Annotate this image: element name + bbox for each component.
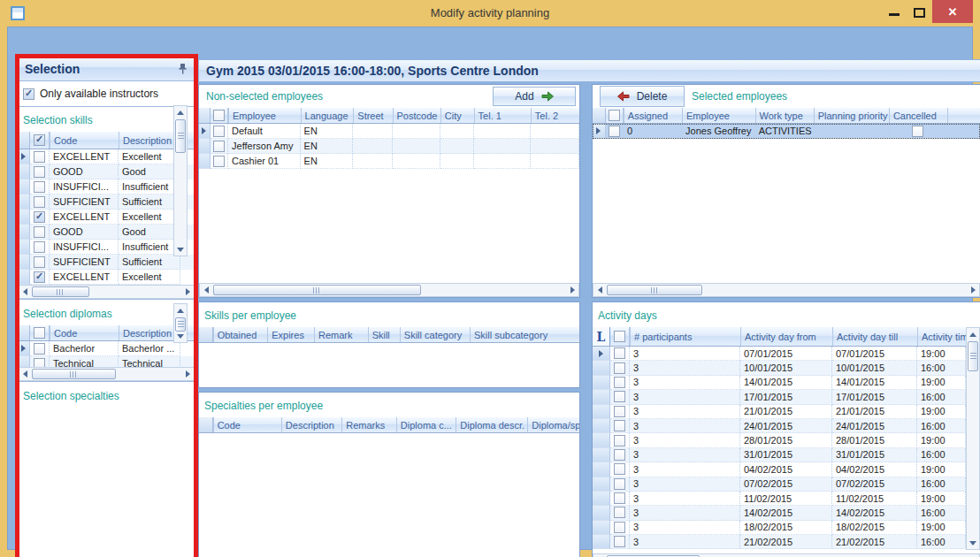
table-row[interactable]: 321/02/201521/02/201516:00 [593, 535, 966, 549]
scroll-track[interactable] [212, 284, 566, 296]
column-header-blank[interactable] [947, 108, 980, 123]
scroll-thumb[interactable] [32, 369, 116, 379]
checkbox[interactable] [614, 362, 625, 374]
scroll-track[interactable] [31, 286, 181, 298]
checkbox[interactable] [912, 126, 923, 137]
column-header-diploma-descr-[interactable]: Diploma descr. [456, 417, 527, 432]
scroll-right-arrow[interactable] [566, 284, 578, 296]
checkbox[interactable] [614, 478, 625, 490]
pin-icon[interactable] [178, 63, 188, 74]
column-header-language[interactable]: Language [301, 108, 354, 123]
table-row[interactable]: INSUFFICI...Insufficient [18, 179, 195, 195]
column-header-expires[interactable]: Expires [267, 327, 314, 342]
checkbox[interactable] [34, 241, 45, 253]
add-button[interactable]: Add [493, 87, 576, 106]
checkbox[interactable] [614, 406, 625, 417]
table-row[interactable]: 331/01/201531/01/201516:00 [593, 448, 966, 462]
scroll-thumb[interactable] [607, 285, 702, 295]
table-row[interactable]: BacherlorBacherlor ... [18, 341, 195, 356]
delete-button[interactable]: Delete [600, 86, 685, 107]
column-header-diploma-sp[interactable]: Diploma/sp [527, 417, 579, 432]
non-selected-horizontal-scrollbar[interactable] [199, 283, 579, 297]
table-row[interactable]: 310/01/201510/01/201516:00 [593, 361, 966, 375]
checkbox[interactable] [213, 110, 225, 121]
column-header-skill-subcategory[interactable]: Skill subcategory [470, 327, 579, 342]
checkbox[interactable] [34, 226, 45, 238]
checkbox[interactable] [614, 391, 625, 402]
scroll-track[interactable] [174, 118, 187, 243]
table-row[interactable]: 304/02/201504/02/201519:00 [593, 462, 966, 477]
scroll-thumb[interactable] [968, 341, 978, 371]
column-header-skill-category[interactable]: Skill category [400, 327, 470, 342]
scroll-left-arrow[interactable] [19, 286, 31, 298]
checkbox[interactable] [614, 331, 625, 342]
checkbox[interactable] [34, 196, 45, 208]
scroll-up-arrow[interactable] [174, 304, 187, 317]
column-header-cancelled[interactable]: Cancelled [889, 108, 947, 123]
checkbox[interactable] [34, 181, 45, 193]
scroll-left-arrow[interactable] [593, 284, 606, 296]
maximize-button[interactable] [914, 8, 925, 18]
table-row[interactable]: 328/01/201528/01/201519:00 [593, 433, 966, 447]
scroll-thumb[interactable] [175, 119, 186, 153]
selected-horizontal-scrollbar[interactable] [593, 283, 980, 297]
column-header--participants[interactable]: # participants [630, 327, 740, 346]
scroll-right-arrow[interactable] [967, 284, 979, 296]
table-row[interactable]: Cashier 01EN [199, 154, 579, 169]
close-button[interactable]: ✕ [932, 0, 973, 23]
column-header-tel-1[interactable]: Tel. 1 [474, 108, 531, 123]
checkbox[interactable] [213, 156, 225, 167]
scroll-left-arrow[interactable] [200, 284, 212, 296]
table-row[interactable]: EXCELLENTExcellent [18, 149, 195, 164]
checkbox[interactable] [614, 463, 625, 475]
column-header-description[interactable]: Description [281, 417, 341, 432]
table-row[interactable]: INSUFFICI...Insufficient [18, 240, 195, 255]
column-header-skill[interactable]: Skill [368, 327, 400, 342]
column-header-code[interactable]: Code [50, 132, 119, 149]
checkbox[interactable] [34, 343, 45, 355]
activity-horizontal-scrollbar[interactable] [593, 553, 980, 557]
scroll-thumb[interactable] [213, 285, 421, 295]
column-header-remark[interactable]: Remark [314, 327, 368, 342]
scroll-down-arrow[interactable] [174, 243, 187, 256]
checkbox[interactable] [614, 536, 625, 547]
column-header-tel-2[interactable]: Tel. 2 [531, 108, 579, 123]
table-row[interactable]: 307/01/201507/01/201519:00 [593, 347, 966, 361]
column-header-planning-priority[interactable]: Planning priority [814, 108, 889, 123]
column-header-code[interactable]: Code [213, 417, 281, 432]
table-row[interactable]: 324/01/201524/01/201516:00 [593, 419, 966, 433]
checkbox[interactable] [34, 151, 45, 163]
skills-vertical-scrollbar[interactable] [173, 105, 188, 256]
scroll-left-arrow[interactable] [19, 368, 31, 380]
scroll-track[interactable] [967, 340, 979, 537]
column-header-activity-day-till[interactable]: Activity day till [832, 327, 917, 346]
scroll-up-arrow[interactable] [967, 328, 979, 340]
checkbox[interactable] [34, 211, 45, 223]
table-row[interactable]: 318/02/201518/02/201519:00 [593, 521, 966, 535]
column-header-activity-day-from[interactable]: Activity day from [740, 327, 832, 346]
scroll-thumb[interactable] [175, 317, 186, 332]
table-row[interactable]: TechnicalTechnical [18, 356, 195, 367]
column-header-diploma-c-[interactable]: Diploma c... [396, 417, 456, 432]
table-row[interactable]: 311/02/201511/02/201519:00 [593, 492, 966, 506]
checkbox[interactable] [609, 126, 620, 137]
column-header-remarks[interactable]: Remarks [341, 417, 396, 432]
checkbox[interactable] [614, 347, 625, 359]
column-header-work-type[interactable]: Work type [755, 108, 814, 123]
column-header-obtained[interactable]: Obtained [213, 327, 268, 342]
column-header-street[interactable]: Street [353, 108, 392, 123]
checkbox[interactable] [34, 256, 45, 268]
checkbox[interactable] [614, 420, 625, 431]
checkbox[interactable] [34, 358, 45, 368]
column-header-activity-tim[interactable]: Activity tim [917, 327, 966, 346]
scroll-thumb[interactable] [32, 286, 89, 297]
column-header-city[interactable]: City [440, 108, 474, 123]
column-header-description[interactable]: Description [119, 325, 180, 340]
checkbox[interactable] [614, 507, 625, 518]
column-header-employee[interactable]: Employee [682, 108, 755, 123]
skills-horizontal-scrollbar[interactable] [18, 285, 195, 299]
checkbox[interactable] [34, 166, 45, 178]
table-row[interactable]: 321/01/201521/01/201519:00 [593, 405, 966, 419]
column-header-code[interactable]: Code [50, 325, 119, 340]
column-header-employee[interactable]: Employee [228, 108, 301, 123]
